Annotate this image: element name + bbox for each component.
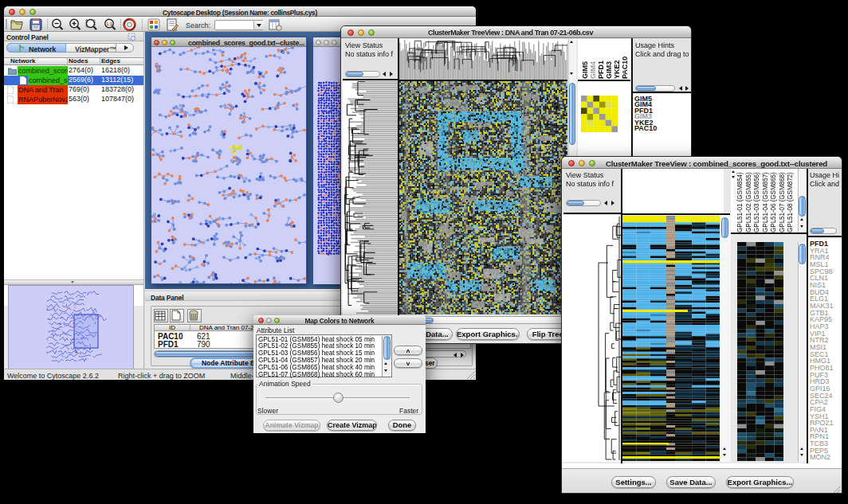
svg-text:1:1: 1:1: [106, 21, 112, 26]
